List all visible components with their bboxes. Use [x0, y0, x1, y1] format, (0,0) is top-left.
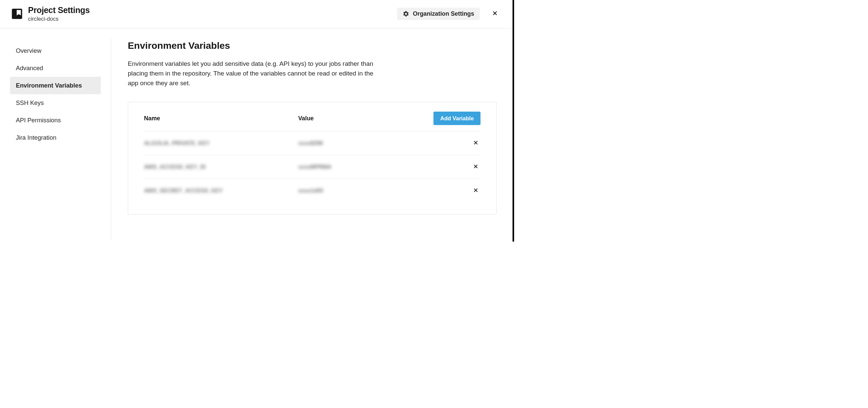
column-header-value: Value [298, 115, 433, 122]
close-icon [473, 140, 479, 146]
close-icon [492, 10, 498, 17]
sidebar-item-label: Environment Variables [16, 82, 82, 89]
delete-variable-button[interactable] [471, 186, 480, 195]
bookmark-icon [12, 9, 22, 19]
sidebar-item-label: Overview [16, 47, 41, 54]
env-var-value: xxxx1d05 [298, 187, 323, 194]
close-icon [473, 164, 479, 169]
table-row: AWS_SECRET_ACCESS_KEY xxxx1d05 [144, 179, 480, 202]
gear-icon [403, 10, 409, 17]
sidebar-item-label: API Permissions [16, 117, 61, 124]
sidebar-item-api-permissions[interactable]: API Permissions [10, 112, 101, 129]
sidebar-item-jira-integration[interactable]: Jira Integration [10, 129, 101, 146]
sidebar-item-advanced[interactable]: Advanced [10, 59, 101, 77]
env-var-name: AWS_ACCESS_KEY_ID [144, 164, 206, 170]
env-var-card: Name Value Add Variable ALGOLIA_PRIVATE_… [128, 101, 497, 214]
sidebar-item-environment-variables[interactable]: Environment Variables [10, 77, 101, 94]
close-button[interactable] [489, 9, 500, 19]
sidebar: Overview Advanced Environment Variables … [0, 28, 111, 240]
env-var-value: xxxxMPRMA [298, 164, 332, 170]
main-content: Environment Variables Environment variab… [111, 28, 513, 240]
organization-settings-label: Organization Settings [413, 10, 474, 17]
delete-variable-button[interactable] [471, 139, 480, 147]
table-row: ALGOLIA_PRIVATE_KEY xxxx8298 [144, 131, 480, 155]
project-name: circleci-docs [28, 16, 391, 22]
close-icon [473, 187, 479, 193]
sidebar-item-label: Jira Integration [16, 134, 56, 141]
column-header-name: Name [144, 115, 298, 122]
sidebar-item-label: Advanced [16, 64, 43, 71]
table-row: AWS_ACCESS_KEY_ID xxxxMPRMA [144, 155, 480, 179]
add-variable-label: Add Variable [440, 115, 474, 121]
organization-settings-button[interactable]: Organization Settings [397, 8, 480, 20]
env-var-value: xxxx8298 [298, 140, 323, 146]
env-var-name: ALGOLIA_PRIVATE_KEY [144, 140, 210, 146]
section-description: Environment variables let you add sensit… [128, 59, 383, 88]
delete-variable-button[interactable] [471, 163, 480, 171]
header-titles: Project Settings circleci-docs [28, 6, 391, 22]
page-title: Project Settings [28, 6, 391, 16]
table-header: Name Value Add Variable [144, 112, 480, 131]
env-var-name: AWS_SECRET_ACCESS_KEY [144, 187, 223, 194]
section-heading: Environment Variables [128, 40, 497, 51]
sidebar-item-label: SSH Keys [16, 99, 44, 107]
header: Project Settings circleci-docs Organizat… [0, 0, 513, 28]
add-variable-button[interactable]: Add Variable [434, 112, 481, 125]
sidebar-item-overview[interactable]: Overview [10, 42, 101, 59]
sidebar-item-ssh-keys[interactable]: SSH Keys [10, 94, 101, 112]
